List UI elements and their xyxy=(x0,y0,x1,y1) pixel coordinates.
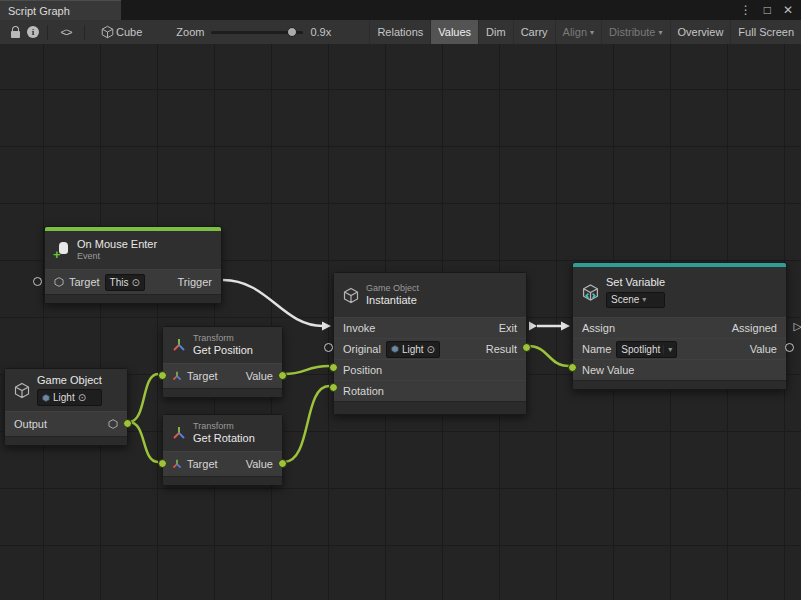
node-header[interactable]: Game Object Light ⊙ xyxy=(5,369,127,411)
target-input-port[interactable] xyxy=(158,459,167,468)
window-titlebar: Script Graph ⋮ □ ✕ xyxy=(0,0,801,20)
node-set-variable[interactable]: Set Variable Scene ▾ Assign Assigned Nam… xyxy=(572,262,787,390)
node-title: Get Rotation xyxy=(193,432,255,446)
target-input-port[interactable] xyxy=(33,277,42,286)
button-label: Values xyxy=(438,26,471,38)
port-label-result: Result xyxy=(486,343,517,355)
wire-position-value[interactable] xyxy=(284,366,329,374)
value-output-port[interactable] xyxy=(278,371,287,380)
overview-button[interactable]: Overview xyxy=(670,20,731,44)
button-label: Dim xyxy=(486,26,506,38)
wire-light-to-getrotation[interactable] xyxy=(129,422,158,462)
variable-name-value: Spotlight xyxy=(621,344,660,355)
node-header[interactable]: + On Mouse Enter Event xyxy=(45,231,221,269)
chevron-down-icon: ▾ xyxy=(659,28,663,37)
object-picker-icon[interactable]: ⊙ xyxy=(131,277,139,288)
assigned-flow-port[interactable]: ▷ xyxy=(794,320,801,333)
output-port[interactable] xyxy=(123,419,132,428)
transform-type-icon xyxy=(172,371,182,381)
port-row: Position xyxy=(334,359,526,380)
node-get-position[interactable]: Transform Get Position Target Value xyxy=(162,326,283,398)
wire-trigger-to-invoke[interactable] xyxy=(223,280,323,326)
node-category: Game Object xyxy=(366,283,419,294)
window-controls: ⋮ □ ✕ xyxy=(740,0,801,20)
value-output-port[interactable] xyxy=(785,343,794,352)
variable-name-dropdown[interactable]: Spotlight ▾ xyxy=(616,341,677,358)
zoom-slider-knob[interactable] xyxy=(287,27,297,37)
node-header[interactable]: Transform Get Position xyxy=(163,327,282,363)
position-input-port[interactable] xyxy=(329,363,338,372)
object-field-light[interactable]: Light ⊙ xyxy=(37,389,102,406)
node-header[interactable]: Transform Get Rotation xyxy=(163,415,282,451)
node-title: Get Position xyxy=(193,344,253,358)
dim-button[interactable]: Dim xyxy=(478,20,513,44)
target-input-port[interactable] xyxy=(158,371,167,380)
game-object-type-icon xyxy=(108,419,118,429)
variable-icon xyxy=(582,284,599,301)
port-label-assign: Assign xyxy=(582,322,615,334)
wire-arrowhead xyxy=(322,322,331,331)
lock-icon[interactable] xyxy=(6,20,24,44)
relations-button[interactable]: Relations xyxy=(369,20,430,44)
object-field-value: Light xyxy=(53,392,75,405)
object-field-this[interactable]: This ⊙ xyxy=(105,274,145,291)
port-label-value: Value xyxy=(246,458,273,470)
node-get-rotation[interactable]: Transform Get Rotation Target Value xyxy=(162,414,283,486)
wire-rotation-value[interactable] xyxy=(284,386,329,462)
object-picker-icon[interactable]: ⊙ xyxy=(78,392,86,405)
maximize-icon[interactable]: □ xyxy=(764,3,771,17)
wire-result-to-newvalue[interactable] xyxy=(528,346,569,366)
port-label-position: Position xyxy=(343,364,382,376)
result-output-port[interactable] xyxy=(522,343,531,352)
wire-light-to-getposition[interactable] xyxy=(129,374,158,422)
node-header[interactable]: Game Object Instantiate xyxy=(334,273,526,317)
node-title: Instantiate xyxy=(366,294,419,308)
wire-arrowhead xyxy=(561,322,570,331)
zoom-value: 0.9x xyxy=(310,26,331,38)
node-game-object-literal[interactable]: Game Object Light ⊙ Output xyxy=(4,368,128,446)
port-row: Name Spotlight ▾ Value xyxy=(573,338,786,359)
button-label: Overview xyxy=(678,26,724,38)
zoom-label: Zoom xyxy=(176,26,204,38)
transform-type-icon xyxy=(172,459,182,469)
port-label-value: Value xyxy=(750,343,777,355)
node-header[interactable]: Set Variable Scene ▾ xyxy=(573,267,786,317)
node-instantiate[interactable]: Game Object Instantiate Invoke Exit Orig… xyxy=(333,272,527,415)
port-label-rotation: Rotation xyxy=(343,385,384,397)
port-label-trigger: Trigger xyxy=(178,276,212,288)
exit-flow-port[interactable] xyxy=(529,322,537,331)
graph-canvas[interactable]: + On Mouse Enter Event Target This ⊙ Tri… xyxy=(0,44,801,600)
game-object-icon xyxy=(343,287,359,304)
full-screen-button[interactable]: Full Screen xyxy=(730,20,801,44)
node-on-mouse-enter[interactable]: + On Mouse Enter Event Target This ⊙ Tri… xyxy=(44,226,222,304)
node-category: Transform xyxy=(193,333,253,344)
node-footer xyxy=(5,436,127,445)
carry-button[interactable]: Carry xyxy=(513,20,555,44)
distribute-button[interactable]: Distribute▾ xyxy=(601,20,669,44)
light-object-icon xyxy=(42,394,50,402)
port-row: Invoke Exit xyxy=(334,317,526,338)
object-field-light[interactable]: Light ⊙ xyxy=(386,341,440,358)
menu-icon[interactable]: ⋮ xyxy=(740,3,752,17)
info-icon[interactable]: i xyxy=(24,20,42,44)
values-button[interactable]: Values xyxy=(430,20,478,44)
chevron-down-icon: ▾ xyxy=(642,295,646,305)
code-preview-icon[interactable]: <> xyxy=(53,20,79,44)
toolbar-button-group: Relations Values Dim Carry Align▾ Distri… xyxy=(369,20,801,44)
graph-target-label[interactable]: Cube xyxy=(116,26,142,38)
value-output-port[interactable] xyxy=(278,459,287,468)
port-label-value: Value xyxy=(246,370,273,382)
port-row: Target Value xyxy=(163,363,282,388)
rotation-input-port[interactable] xyxy=(329,383,338,392)
object-picker-icon[interactable]: ⊙ xyxy=(427,344,435,355)
new-value-input-port[interactable] xyxy=(568,363,577,372)
port-label-original: Original xyxy=(343,343,381,355)
align-button[interactable]: Align▾ xyxy=(555,20,601,44)
object-field-value: This xyxy=(110,277,129,288)
cube-icon xyxy=(98,20,116,44)
close-icon[interactable]: ✕ xyxy=(783,3,793,17)
original-input-port[interactable] xyxy=(324,343,333,352)
zoom-slider[interactable] xyxy=(211,31,303,34)
tab-script-graph[interactable]: Script Graph xyxy=(0,0,121,20)
variable-scope-dropdown[interactable]: Scene ▾ xyxy=(606,292,665,308)
